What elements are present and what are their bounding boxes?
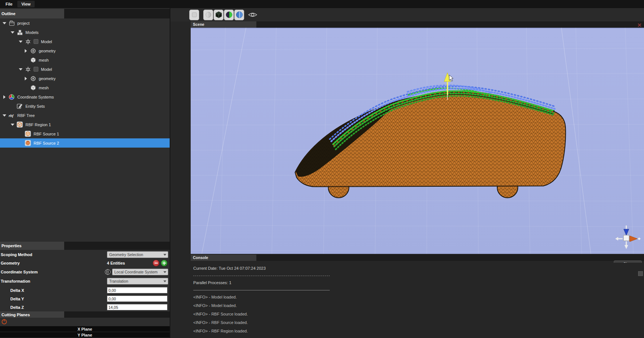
power-toggle-icon[interactable] (1, 318, 7, 326)
properties-header: Properties (0, 242, 170, 250)
view-cube-dark-icon[interactable] (214, 10, 224, 20)
expander-icon[interactable] (18, 141, 23, 145)
delta-z-row: Delta Z (0, 304, 170, 311)
tree-item[interactable]: RBF Region 1 (0, 120, 170, 129)
add-entity-button[interactable] (161, 260, 167, 266)
plane-section-row[interactable]: Y Plane (0, 332, 170, 338)
scoping-method-select[interactable]: Geometry Selection (107, 251, 168, 258)
cutting-planes-toggle-row (0, 318, 170, 325)
geometry-label: Geometry (1, 259, 20, 267)
rbf-tree-icon: rbf (8, 113, 15, 118)
scoping-method-row: Scoping Method Geometry Selection (0, 251, 170, 258)
console-line: <INFO> - RBF Region loaded. (193, 329, 644, 333)
tab-scene[interactable]: Scene (191, 21, 256, 28)
tree-item[interactable]: Model (0, 37, 170, 46)
delta-z-label: Delta Z (10, 304, 24, 311)
plane-sections: X Plane Y Plane (0, 326, 170, 338)
delta-x-input[interactable] (107, 287, 167, 293)
tree-item-label: Entity Sets (25, 104, 45, 108)
tab-console[interactable]: Console (191, 255, 256, 261)
tree-item-label: Models (25, 30, 38, 35)
tree-item-label: Model (41, 67, 52, 72)
model-color-swatch (34, 67, 38, 72)
tree-item[interactable]: Coordinate Systems (0, 92, 170, 101)
remove-entity-button[interactable] (153, 260, 159, 266)
expander-icon[interactable] (2, 113, 7, 118)
delta-x-label: Delta X (10, 287, 24, 294)
expander-icon[interactable] (24, 49, 28, 53)
chevron-down-icon (163, 271, 166, 273)
scene-viewport[interactable] (191, 28, 644, 254)
tree-item-label: geometry (39, 76, 56, 81)
menu-item[interactable]: View (17, 1, 35, 7)
coordinate-system-select[interactable]: Local Coordinate System (112, 269, 168, 275)
expander-icon[interactable] (10, 30, 15, 35)
view-sphere-blue-icon[interactable] (234, 10, 244, 20)
expander-icon[interactable] (10, 123, 15, 127)
outline-title: Outline (0, 9, 64, 18)
mesh-icon (30, 85, 36, 91)
menu-item[interactable]: File (1, 1, 17, 7)
console-line: <INFO> - RBF Source loaded. (193, 320, 644, 325)
tree-item[interactable]: RBF Source 2 (0, 138, 170, 148)
console-scrollbar[interactable] (638, 271, 643, 276)
models-icon (17, 30, 23, 35)
tree-item[interactable]: mesh (0, 55, 170, 65)
menu-bar: File View (0, 0, 644, 8)
geometry-row: Geometry 4 Entities (0, 259, 170, 267)
coordinate-system-row: Coordinate System Local Coordinate Syste… (0, 268, 170, 276)
scene-tab-bar: Scene (191, 21, 644, 28)
expander-icon[interactable] (2, 21, 7, 25)
coordinate-system-label: Coordinate System (1, 268, 38, 276)
entity-sets-icon (17, 103, 23, 109)
tree-item-label: RBF Tree (17, 113, 35, 118)
application-window: File View Outline project (0, 0, 644, 338)
tree-item-label: Model (41, 39, 52, 44)
tree-item-label: project (17, 21, 30, 25)
console-log: Current Date: Tue Oct 24 07:07:24 2023 P… (191, 263, 644, 338)
delta-y-input[interactable] (107, 296, 167, 302)
model-icon (25, 39, 31, 45)
right-dock: Scene (170, 21, 644, 338)
expander-icon[interactable] (10, 104, 15, 108)
triad-cube (624, 235, 629, 241)
tree-item-label: RBF Source 1 (34, 132, 59, 136)
expander-icon[interactable] (2, 95, 7, 99)
console-line (193, 276, 330, 276)
transformation-label: Transformation (1, 277, 30, 285)
console-line: <INFO> - Model loaded. (193, 303, 644, 308)
coordinate-systems-icon (8, 94, 15, 100)
transformation-select[interactable]: Translation (107, 278, 168, 284)
chevron-down-icon (163, 254, 166, 256)
tree-item[interactable]: geometry (0, 46, 170, 55)
tree-item[interactable]: project (0, 18, 170, 28)
outline-header: Outline (0, 9, 170, 18)
visibility-eye-icon[interactable] (247, 10, 257, 20)
tree-item[interactable]: rbf RBF Tree (0, 111, 170, 120)
delta-y-row: Delta Y (0, 295, 170, 303)
tree-item[interactable]: geometry (0, 74, 170, 83)
plane-section-row[interactable]: X Plane (0, 326, 170, 332)
tree-item[interactable]: Entity Sets (0, 101, 170, 111)
expander-icon[interactable] (24, 86, 28, 90)
expander-icon[interactable] (24, 76, 28, 81)
cutting-planes-title: Cutting Planes (0, 311, 64, 318)
tree-item[interactable]: RBF Source 1 (0, 129, 170, 138)
expander-icon[interactable] (18, 39, 23, 44)
view-sphere-green-icon[interactable] (224, 10, 234, 20)
tree-item[interactable]: mesh (0, 83, 170, 92)
tree-item[interactable]: Models (0, 28, 170, 37)
view-plain-icon[interactable] (189, 10, 199, 20)
model-color-swatch (34, 39, 38, 44)
delta-z-input[interactable] (107, 304, 167, 310)
expander-icon[interactable] (18, 67, 23, 72)
close-icon[interactable] (637, 22, 642, 27)
expander-icon[interactable] (24, 58, 28, 62)
expander-icon[interactable] (18, 132, 23, 136)
svg-text:rbf: rbf (9, 113, 14, 117)
view-sphere-gray-icon[interactable] (203, 10, 213, 20)
tree-item[interactable]: Model (0, 65, 170, 74)
tree-item-label: Coordinate Systems (17, 95, 54, 99)
console-tab-bar: Console (191, 255, 644, 261)
globe-icon[interactable] (105, 269, 111, 276)
